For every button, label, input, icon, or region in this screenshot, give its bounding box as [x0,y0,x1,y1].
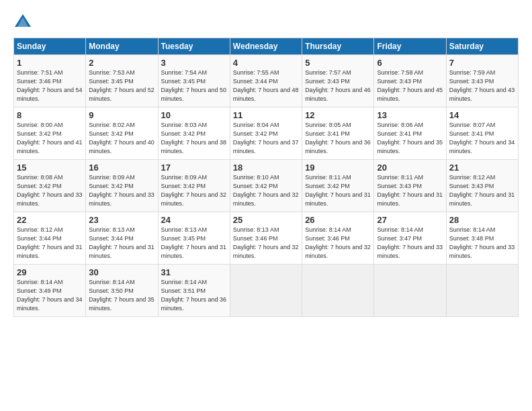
day-info: Sunrise: 8:10 AMSunset: 3:42 PMDaylight:… [233,173,299,208]
day-cell: 25Sunrise: 8:13 AMSunset: 3:46 PMDayligh… [230,212,302,265]
day-cell: 30Sunrise: 8:14 AMSunset: 3:50 PMDayligh… [86,265,158,317]
calendar-header: SundayMondayTuesdayWednesdayThursdayFrid… [14,38,519,55]
day-number: 23 [89,215,154,225]
day-cell: 21Sunrise: 8:12 AMSunset: 3:43 PMDayligh… [446,160,518,212]
day-info: Sunrise: 7:53 AMSunset: 3:45 PMDaylight:… [89,68,154,103]
day-number: 11 [233,110,299,120]
day-info: Sunrise: 8:13 AMSunset: 3:44 PMDaylight:… [89,226,154,261]
day-cell: 29Sunrise: 8:14 AMSunset: 3:49 PMDayligh… [14,265,86,317]
week-row-3: 15Sunrise: 8:08 AMSunset: 3:42 PMDayligh… [14,160,519,212]
day-number: 21 [449,163,515,173]
header-row: SundayMondayTuesdayWednesdayThursdayFrid… [14,38,519,55]
header-cell-friday: Friday [374,38,446,55]
day-info: Sunrise: 8:12 AMSunset: 3:44 PMDaylight:… [17,226,83,261]
day-number: 27 [377,215,443,225]
day-info: Sunrise: 8:14 AMSunset: 3:49 PMDaylight:… [17,278,83,313]
day-info: Sunrise: 8:02 AMSunset: 3:42 PMDaylight:… [89,121,154,156]
day-number: 18 [233,163,299,173]
day-cell: 10Sunrise: 8:03 AMSunset: 3:42 PMDayligh… [158,107,230,160]
day-number: 17 [161,163,227,173]
day-cell: 1Sunrise: 7:51 AMSunset: 3:46 PMDaylight… [14,55,86,107]
day-cell: 8Sunrise: 8:00 AMSunset: 3:42 PMDaylight… [14,107,86,160]
day-cell: 9Sunrise: 8:02 AMSunset: 3:42 PMDaylight… [86,107,158,160]
day-number: 20 [377,163,443,173]
day-info: Sunrise: 7:55 AMSunset: 3:44 PMDaylight:… [233,68,299,103]
day-number: 12 [305,110,371,120]
day-cell: 13Sunrise: 8:06 AMSunset: 3:41 PMDayligh… [374,107,446,160]
day-info: Sunrise: 7:54 AMSunset: 3:45 PMDaylight:… [161,68,227,103]
header-cell-sunday: Sunday [14,38,86,55]
day-number: 22 [17,215,83,225]
day-cell: 5Sunrise: 7:57 AMSunset: 3:43 PMDaylight… [302,55,374,107]
day-cell: 24Sunrise: 8:13 AMSunset: 3:45 PMDayligh… [158,212,230,265]
day-cell: 15Sunrise: 8:08 AMSunset: 3:42 PMDayligh… [14,160,86,212]
week-row-5: 29Sunrise: 8:14 AMSunset: 3:49 PMDayligh… [14,265,519,317]
header-cell-thursday: Thursday [302,38,374,55]
day-info: Sunrise: 8:00 AMSunset: 3:42 PMDaylight:… [17,121,83,156]
week-row-4: 22Sunrise: 8:12 AMSunset: 3:44 PMDayligh… [14,212,519,265]
day-cell: 6Sunrise: 7:58 AMSunset: 3:43 PMDaylight… [374,55,446,107]
day-number: 24 [161,215,227,225]
day-cell: 4Sunrise: 7:55 AMSunset: 3:44 PMDaylight… [230,55,302,107]
day-cell: 7Sunrise: 7:59 AMSunset: 3:43 PMDaylight… [446,55,518,107]
day-info: Sunrise: 8:14 AMSunset: 3:51 PMDaylight:… [161,278,227,313]
day-number: 19 [305,163,371,173]
day-info: Sunrise: 8:06 AMSunset: 3:41 PMDaylight:… [377,121,443,156]
day-cell: 31Sunrise: 8:14 AMSunset: 3:51 PMDayligh… [158,265,230,317]
day-number: 2 [89,58,154,68]
day-number: 14 [449,110,515,120]
day-info: Sunrise: 8:14 AMSunset: 3:50 PMDaylight:… [89,278,154,313]
day-info: Sunrise: 8:08 AMSunset: 3:42 PMDaylight:… [17,173,83,208]
day-info: Sunrise: 8:11 AMSunset: 3:42 PMDaylight:… [305,173,371,208]
day-number: 4 [233,58,299,68]
day-number: 15 [17,163,83,173]
day-info: Sunrise: 8:13 AMSunset: 3:46 PMDaylight:… [233,226,299,261]
day-cell: 26Sunrise: 8:14 AMSunset: 3:46 PMDayligh… [302,212,374,265]
day-info: Sunrise: 7:58 AMSunset: 3:43 PMDaylight:… [377,68,443,103]
page: SundayMondayTuesdayWednesdayThursdayFrid… [0,0,532,411]
day-info: Sunrise: 8:04 AMSunset: 3:42 PMDaylight:… [233,121,299,156]
day-cell [302,265,374,317]
day-info: Sunrise: 7:59 AMSunset: 3:43 PMDaylight:… [449,68,515,103]
day-number: 26 [305,215,371,225]
day-cell: 18Sunrise: 8:10 AMSunset: 3:42 PMDayligh… [230,160,302,212]
day-info: Sunrise: 8:09 AMSunset: 3:42 PMDaylight:… [89,173,154,208]
calendar-body: 1Sunrise: 7:51 AMSunset: 3:46 PMDaylight… [14,55,519,317]
day-cell: 22Sunrise: 8:12 AMSunset: 3:44 PMDayligh… [14,212,86,265]
header-cell-wednesday: Wednesday [230,38,302,55]
day-cell: 16Sunrise: 8:09 AMSunset: 3:42 PMDayligh… [86,160,158,212]
day-number: 5 [305,58,371,68]
day-cell: 11Sunrise: 8:04 AMSunset: 3:42 PMDayligh… [230,107,302,160]
day-info: Sunrise: 8:03 AMSunset: 3:42 PMDaylight:… [161,121,227,156]
day-info: Sunrise: 8:14 AMSunset: 3:46 PMDaylight:… [305,226,371,261]
logo [13,12,35,31]
day-cell: 3Sunrise: 7:54 AMSunset: 3:45 PMDaylight… [158,55,230,107]
day-number: 29 [17,267,83,277]
day-cell [374,265,446,317]
day-cell: 2Sunrise: 7:53 AMSunset: 3:45 PMDaylight… [86,55,158,107]
day-number: 1 [17,58,83,68]
week-row-1: 1Sunrise: 7:51 AMSunset: 3:46 PMDaylight… [14,55,519,107]
day-info: Sunrise: 8:13 AMSunset: 3:45 PMDaylight:… [161,226,227,261]
day-number: 6 [377,58,443,68]
day-info: Sunrise: 8:14 AMSunset: 3:47 PMDaylight:… [377,226,443,261]
day-cell: 12Sunrise: 8:05 AMSunset: 3:41 PMDayligh… [302,107,374,160]
day-cell: 14Sunrise: 8:07 AMSunset: 3:41 PMDayligh… [446,107,518,160]
day-info: Sunrise: 8:11 AMSunset: 3:43 PMDaylight:… [377,173,443,208]
header [13,12,519,31]
day-info: Sunrise: 7:51 AMSunset: 3:46 PMDaylight:… [17,68,83,103]
day-number: 13 [377,110,443,120]
day-cell: 27Sunrise: 8:14 AMSunset: 3:47 PMDayligh… [374,212,446,265]
header-cell-saturday: Saturday [446,38,518,55]
day-cell: 28Sunrise: 8:14 AMSunset: 3:48 PMDayligh… [446,212,518,265]
day-number: 28 [449,215,515,225]
day-number: 30 [89,267,154,277]
day-info: Sunrise: 8:05 AMSunset: 3:41 PMDaylight:… [305,121,371,156]
day-info: Sunrise: 7:57 AMSunset: 3:43 PMDaylight:… [305,68,371,103]
day-number: 7 [449,58,515,68]
day-number: 8 [17,110,83,120]
day-number: 25 [233,215,299,225]
day-number: 10 [161,110,227,120]
day-cell [230,265,302,317]
header-cell-tuesday: Tuesday [158,38,230,55]
